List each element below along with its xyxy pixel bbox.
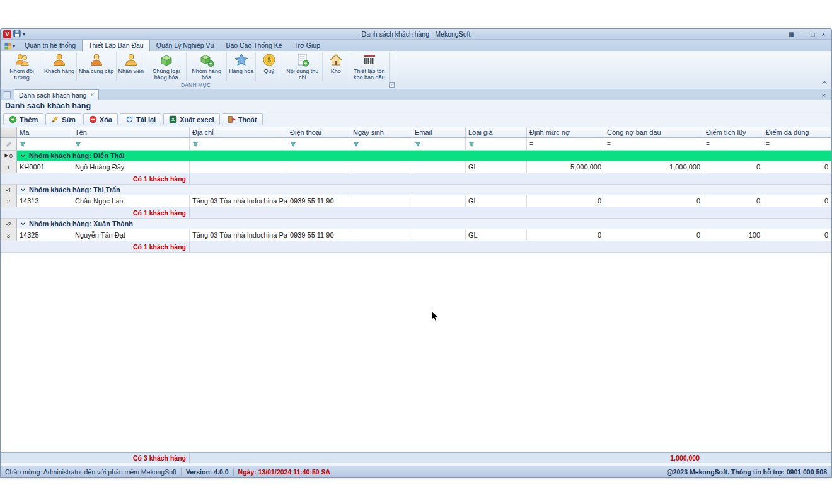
qat-dropdown-icon[interactable]: ▾ [23, 32, 25, 37]
ribbon-item-noi-dung-thu-chi[interactable]: Nội dung thu chi [282, 52, 323, 81]
cell-ngay-sinh[interactable] [350, 161, 412, 173]
cell-loai-gia[interactable]: GL [466, 161, 527, 173]
ribbon-tab-bao-cao-thong-ke[interactable]: Báo Cáo Thống Kê [220, 40, 287, 51]
cell-ma[interactable]: KH0001 [17, 161, 72, 173]
tai-lai-button[interactable]: Tải lại [120, 113, 161, 125]
cell-diem-tich-luy[interactable]: 0 [703, 195, 763, 207]
cell-diem-da-dung[interactable]: 0 [763, 161, 831, 173]
column-header-dinh-muc-no[interactable]: Định mức nợ [527, 127, 604, 138]
sua-button[interactable]: Sửa [45, 113, 81, 125]
ribbon-item-nhom-doi-tuong[interactable]: Nhóm đối tượng [2, 52, 42, 81]
cell-dien-thoai[interactable] [287, 161, 350, 173]
thoat-button[interactable]: Thoát [222, 113, 263, 125]
cell-loai-gia[interactable]: GL [466, 229, 527, 241]
cell-dien-thoai[interactable]: 0939 55 11 90 [287, 195, 350, 207]
style-button[interactable]: ▦ [787, 31, 796, 38]
ribbon-item-chung-loai-hang-hoa[interactable]: Chủng loại hàng hóa [146, 52, 187, 81]
filter-cell-diem-tich-luy[interactable]: = [703, 138, 763, 151]
ribbon-item-quy[interactable]: $ Quỹ [256, 52, 282, 81]
cell-diem-da-dung[interactable]: 0 [763, 195, 831, 207]
cell-cong-no-ban-dau[interactable]: 0 [604, 229, 703, 241]
close-document-button[interactable]: × [819, 91, 828, 100]
grid-empty-area[interactable] [1, 253, 831, 452]
column-header-ten[interactable]: Tên [72, 127, 190, 138]
ribbon-item-nhom-hang-hoa[interactable]: Nhóm hàng hóa [187, 52, 227, 81]
cell-ngay-sinh[interactable] [350, 195, 412, 207]
filter-cell-dinh-muc-no[interactable]: = [527, 138, 604, 151]
column-header-cong-no-ban-dau[interactable]: Công nợ ban đầu [604, 127, 703, 138]
column-header-email[interactable]: Email [412, 127, 466, 138]
column-header-loai-gia[interactable]: Loại giá [466, 127, 527, 138]
save-icon[interactable] [13, 30, 21, 38]
ribbon-collapse-icon[interactable] [821, 79, 828, 86]
table-row[interactable]: 3 14325 Nguyễn Tấn Đạt Tầng 03 Tòa nhà I… [1, 229, 831, 241]
ribbon-tab-thiet-lap-ban-dau[interactable]: Thiết Lập Ban Đầu [82, 40, 150, 51]
ribbon-item-hang-hoa[interactable]: Hàng hóa [227, 52, 256, 81]
app-logo-icon[interactable]: V [3, 30, 11, 38]
filter-cell-loai-gia[interactable] [466, 138, 527, 151]
cell-cong-no-ban-dau[interactable]: 0 [604, 195, 703, 207]
ribbon-item-khach-hang[interactable]: Khách hàng [42, 52, 77, 81]
minimize-button[interactable]: – [797, 31, 807, 38]
column-header-dia-chi[interactable]: Địa chỉ [190, 127, 287, 138]
filter-cell-dien-thoai[interactable] [287, 138, 350, 151]
filter-cell-diem-da-dung[interactable]: = [763, 138, 831, 151]
column-header-diem-tich-luy[interactable]: Điểm tích lũy [703, 127, 763, 138]
app-menu-button[interactable]: ▾ [3, 43, 18, 51]
cell-ten[interactable]: Châu Ngọc Lan [72, 195, 190, 207]
cell-email[interactable] [412, 161, 466, 173]
column-header-ma[interactable]: Mã [17, 127, 72, 138]
filter-cell-dia-chi[interactable] [190, 138, 287, 151]
group-row[interactable]: -1 Nhóm khách hàng: Thị Trấn [1, 185, 831, 195]
cell-ma[interactable]: 14325 [17, 229, 72, 241]
cell-loai-gia[interactable]: GL [466, 195, 527, 207]
ribbon-tab-quan-tri-he-thong[interactable]: Quản trị hệ thống [19, 40, 81, 51]
tab-close-icon[interactable]: × [90, 92, 94, 98]
ribbon-item-nhan-vien[interactable]: Nhân viên [117, 52, 147, 81]
group-dialog-launcher-icon[interactable]: ◿ [389, 82, 395, 88]
table-row[interactable]: 2 14313 Châu Ngọc Lan Tầng 03 Tòa nhà In… [1, 195, 831, 207]
cell-diem-da-dung[interactable]: 0 [763, 229, 831, 241]
group-row-cell[interactable]: Nhóm khách hàng: Xuân Thành [17, 219, 831, 229]
cell-ten[interactable]: Nguyễn Tấn Đạt [72, 229, 190, 241]
cell-dien-thoai[interactable]: 0939 55 11 90 [287, 229, 350, 241]
cell-dinh-muc-no[interactable]: 0 [527, 195, 604, 207]
xuat-excel-button[interactable]: X Xuất excel [163, 113, 219, 125]
column-header-ngay-sinh[interactable]: Ngày sinh [350, 127, 412, 138]
cell-dia-chi[interactable]: Tầng 03 Tòa nhà Indochina Park ... [190, 195, 287, 207]
cell-dinh-muc-no[interactable]: 0 [527, 229, 604, 241]
group-row[interactable]: -2 Nhóm khách hàng: Xuân Thành [1, 219, 831, 229]
ribbon-tab-tro-giup[interactable]: Trợ Giúp [289, 40, 326, 51]
cell-dinh-muc-no[interactable]: 5,000,000 [527, 161, 604, 173]
cell-ten[interactable]: Ngô Hoàng Đầy [72, 161, 190, 173]
filter-cell-cong-no-ban-dau[interactable]: = [604, 138, 703, 151]
cell-email[interactable] [412, 195, 466, 207]
doc-tabs-menu-icon[interactable] [4, 91, 11, 98]
cell-dia-chi[interactable] [190, 161, 287, 173]
document-tab-danh-sach-khach-hang[interactable]: Danh sách khách hàng × [14, 89, 99, 100]
xoa-button[interactable]: Xóa [83, 113, 118, 125]
ribbon-item-kho[interactable]: Kho [323, 52, 349, 81]
column-header-dien-thoai[interactable]: Điện thoại [287, 127, 350, 138]
cell-diem-tich-luy[interactable]: 100 [703, 229, 763, 241]
column-header-diem-da-dung[interactable]: Điểm đã dùng [763, 127, 831, 138]
cell-cong-no-ban-dau[interactable]: 1,000,000 [604, 161, 703, 173]
filter-cell-ten[interactable] [72, 138, 190, 151]
cell-ngay-sinh[interactable] [350, 229, 412, 241]
group-row-cell[interactable]: Nhóm khách hàng: Diễn Thái [17, 151, 831, 161]
them-button[interactable]: Thêm [3, 113, 43, 125]
close-button[interactable]: × [819, 31, 828, 38]
cell-email[interactable] [412, 229, 466, 241]
ribbon-tab-quan-ly-nghiep-vu[interactable]: Quản Lý Nghiệp Vụ [151, 40, 220, 51]
ribbon-item-thiet-lap-ton-kho[interactable]: Thiết lập tồn kho ban đầu [349, 52, 390, 81]
ribbon-item-nha-cung-cap[interactable]: Nhà cung cấp [77, 52, 117, 81]
maximize-button[interactable]: □ [808, 31, 818, 38]
cell-dia-chi[interactable]: Tầng 03 Tòa nhà Indochina Park ... [190, 229, 287, 241]
cell-diem-tich-luy[interactable]: 0 [703, 161, 763, 173]
filter-cell-ma[interactable] [17, 138, 72, 151]
group-row-cell[interactable]: Nhóm khách hàng: Thị Trấn [17, 185, 831, 195]
table-row[interactable]: 1 KH0001 Ngô Hoàng Đầy GL 5,000,000 1,00… [1, 161, 831, 173]
group-row[interactable]: 0 Nhóm khách hàng: Diễn Thái [1, 151, 831, 161]
filter-cell-email[interactable] [412, 138, 466, 151]
cell-ma[interactable]: 14313 [17, 195, 72, 207]
